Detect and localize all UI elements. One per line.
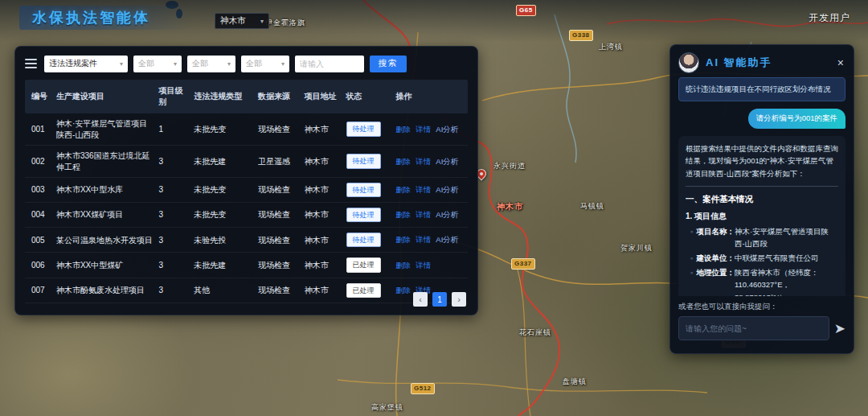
cell-project: 神木市酚氨废水处理项目 bbox=[54, 280, 157, 301]
next-page-button[interactable]: › bbox=[452, 292, 466, 307]
action-delete[interactable]: 删除 bbox=[395, 235, 411, 244]
cell-address: 神木市 bbox=[302, 151, 344, 172]
action-ai-analyze[interactable]: AI分析 bbox=[436, 125, 458, 134]
action-detail[interactable]: 详情 bbox=[416, 210, 431, 219]
chevron-down-icon: ▾ bbox=[174, 60, 177, 68]
map-place-label: 伊金霍洛旗 bbox=[265, 18, 305, 28]
keyword-input[interactable] bbox=[295, 56, 364, 72]
cell-actions: 删除详情 bbox=[393, 255, 468, 276]
action-detail[interactable]: 详情 bbox=[416, 157, 431, 166]
cell-project: 神木市XX中型水库 bbox=[54, 179, 157, 200]
cell-violation-type: 未批先建 bbox=[191, 255, 256, 276]
analysis-bullet: ◦项目名称：神木·安平煤层气管道项目陕西-山西段 bbox=[690, 225, 838, 249]
map-place-label: 神木市 bbox=[497, 201, 523, 212]
cell-data-source: 现场检查 bbox=[256, 179, 302, 200]
cell-project: 神木市XX中型煤矿 bbox=[54, 255, 157, 276]
user-message-bubble: 请分析编号为001的案件 bbox=[748, 109, 845, 129]
case-type-select[interactable]: 违法违规案件 ▾ bbox=[44, 56, 128, 72]
cell-status: 待处理 bbox=[344, 203, 394, 227]
menu-icon[interactable] bbox=[25, 59, 37, 68]
road-badge: G338 bbox=[569, 30, 593, 41]
action-ai-analyze[interactable]: AI分析 bbox=[436, 235, 458, 244]
cell-level: 3 bbox=[156, 280, 191, 301]
map-place-label: 马镇镇 bbox=[580, 201, 604, 212]
cell-project: 神木·安平煤层气管道项目陕西-山西段 bbox=[54, 113, 157, 145]
cell-violation-type: 未验先投 bbox=[191, 230, 256, 251]
cell-actions: 删除详情AI分析 bbox=[393, 151, 468, 172]
ai-assistant-panel: AI 智能助手 × 统计违法违规项目在不同行政区划分布情况 请分析编号为001的… bbox=[669, 44, 854, 354]
send-icon[interactable]: ➤ bbox=[834, 322, 845, 336]
cell-address: 神木市 bbox=[302, 230, 344, 251]
region-select-value: 神木市 bbox=[220, 15, 246, 27]
case-table-header-row: 编号生产建设项目项目级别违法违规类型数据来源项目地址状态操作 bbox=[25, 80, 468, 113]
case-table-body: 001 神木·安平煤层气管道项目陕西-山西段 1 未批先变 现场检查 神木市 待… bbox=[25, 113, 468, 303]
filter-bar: 违法违规案件 ▾ 全部 ▾ 全部 ▾ 全部 ▾ 搜索 bbox=[25, 53, 468, 74]
action-ai-analyze[interactable]: AI分析 bbox=[436, 157, 458, 166]
cell-data-source: 现场检查 bbox=[256, 119, 302, 140]
action-detail[interactable]: 详情 bbox=[416, 185, 431, 194]
cell-violation-type: 未批先变 bbox=[191, 179, 256, 200]
cell-id: 006 bbox=[25, 255, 54, 276]
close-icon[interactable]: × bbox=[836, 56, 845, 69]
cell-address: 神木市 bbox=[302, 255, 344, 276]
cell-level: 3 bbox=[156, 255, 191, 276]
cell-data-source: 卫星遥感 bbox=[256, 151, 302, 172]
ai-message-scroll[interactable]: 统计违法违规项目在不同行政区划分布情况 请分析编号为001的案件 根据搜索结果中… bbox=[678, 77, 845, 296]
map-place-label: 上湾镇 bbox=[599, 42, 623, 52]
assistant-avatar bbox=[678, 52, 699, 73]
analysis-bullet: ◦建设单位：中联煤层气有限责任公司 bbox=[690, 252, 838, 264]
status-badge: 已处理 bbox=[346, 283, 381, 298]
table-row: 003 神木市XX中型水库 3 未批先变 现场检查 神木市 待处理 删除详情AI… bbox=[25, 178, 468, 203]
column-header: 状态 bbox=[344, 85, 394, 108]
analysis-intro: 根据搜索结果中提供的文件内容和数据库查询结果，现对编号为001的“神木·安平煤层… bbox=[686, 142, 838, 179]
assistant-note-bubble: 统计违法违规项目在不同行政区划分布情况 bbox=[678, 77, 845, 101]
action-delete[interactable]: 删除 bbox=[395, 185, 411, 194]
map-place-label: 盘塘镇 bbox=[563, 377, 587, 387]
column-header: 项目级别 bbox=[156, 80, 191, 113]
cell-actions: 删除详情AI分析 bbox=[393, 204, 468, 225]
current-page-button[interactable]: 1 bbox=[432, 292, 447, 307]
status-badge: 待处理 bbox=[346, 183, 381, 197]
action-delete[interactable]: 删除 bbox=[395, 125, 411, 134]
action-ai-analyze[interactable]: AI分析 bbox=[436, 185, 458, 194]
column-header: 生产建设项目 bbox=[54, 85, 157, 108]
action-detail[interactable]: 详情 bbox=[416, 125, 431, 134]
action-delete[interactable]: 删除 bbox=[395, 210, 411, 219]
road-badge: G512 bbox=[411, 383, 435, 394]
app-title: 水保执法智能体 bbox=[32, 8, 150, 27]
map-place-label: 高家堡镇 bbox=[371, 402, 403, 413]
cell-data-source: 现场检查 bbox=[256, 230, 302, 251]
cell-status: 待处理 bbox=[344, 117, 394, 141]
action-delete[interactable]: 删除 bbox=[395, 261, 411, 270]
analysis-bullet: ◦地理位置：陕西省神木市（经纬度：110.460327°E，38.878213°… bbox=[690, 266, 838, 296]
cell-level: 3 bbox=[156, 204, 191, 225]
source-select[interactable]: 全部 ▾ bbox=[241, 56, 289, 72]
analysis-section-title: 一、案件基本情况 bbox=[686, 192, 838, 206]
road-badge: G65 bbox=[516, 5, 536, 16]
cell-project: 神木市336国道东过境北延伸工程 bbox=[54, 146, 157, 177]
action-delete[interactable]: 删除 bbox=[395, 286, 411, 294]
action-detail[interactable]: 详情 bbox=[416, 235, 431, 244]
level-select[interactable]: 全部 ▾ bbox=[133, 56, 182, 72]
cell-id: 001 bbox=[25, 119, 54, 140]
prev-page-button[interactable]: ‹ bbox=[413, 292, 428, 307]
table-row: 002 神木市336国道东过境北延伸工程 3 未批先建 卫星遥感 神木市 待处理… bbox=[25, 146, 468, 178]
type-select[interactable]: 全部 ▾ bbox=[187, 56, 235, 72]
cell-data-source: 现场检查 bbox=[256, 204, 302, 225]
source-value: 全部 bbox=[246, 58, 262, 69]
status-badge: 待处理 bbox=[346, 122, 381, 136]
ai-question-input[interactable] bbox=[678, 316, 829, 340]
column-header: 编号 bbox=[25, 85, 54, 108]
cell-actions: 删除详情AI分析 bbox=[393, 119, 468, 140]
analysis-subsection: 1. 项目信息 bbox=[686, 210, 838, 223]
action-ai-analyze[interactable]: AI分析 bbox=[436, 210, 458, 219]
status-badge: 已处理 bbox=[346, 257, 381, 272]
action-delete[interactable]: 删除 bbox=[395, 157, 411, 166]
user-menu[interactable]: 开发用户 bbox=[809, 11, 850, 25]
action-detail[interactable]: 详情 bbox=[416, 261, 431, 270]
search-button[interactable]: 搜索 bbox=[370, 56, 407, 72]
region-select[interactable]: 神木市 ▾ bbox=[215, 13, 269, 29]
cell-address: 神木市 bbox=[302, 119, 344, 140]
table-row: 001 神木·安平煤层气管道项目陕西-山西段 1 未批先变 现场检查 神木市 待… bbox=[25, 113, 468, 146]
map-place-label: 贺家川镇 bbox=[620, 243, 653, 253]
